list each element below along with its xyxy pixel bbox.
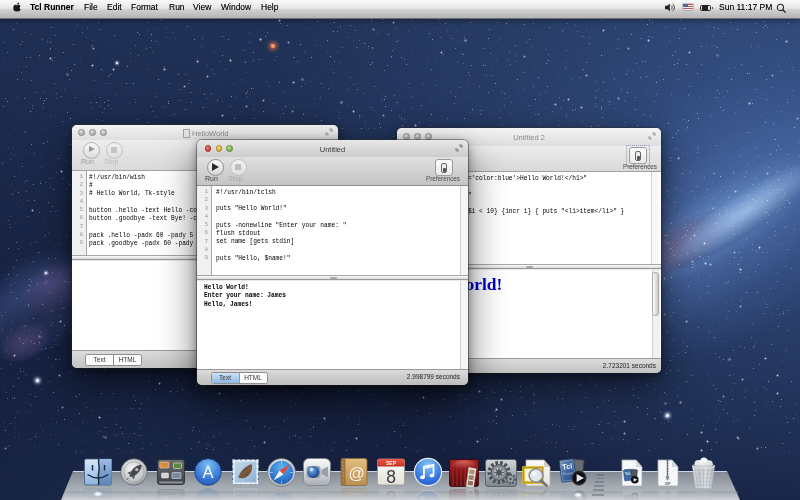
svg-text:@: @ [348,465,364,482]
svg-text:SEP: SEP [386,460,397,466]
svg-text:Tcl: Tcl [625,471,631,477]
svg-text:8: 8 [386,467,396,486]
svg-text:ZIP: ZIP [665,482,671,486]
svg-text:A: A [202,463,213,481]
